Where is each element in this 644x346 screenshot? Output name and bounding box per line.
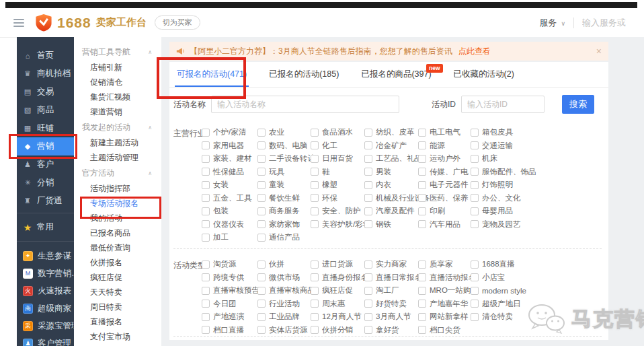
industry-checkbox[interactable]: 电工电气 [418,127,471,137]
activity-type-checkbox[interactable]: 产地嘉年华 [418,299,471,309]
industry-checkbox[interactable]: 机械及行业设备 [364,193,418,203]
sidebar-item[interactable]: ▤ 交易 [17,83,74,101]
submenu-item[interactable]: 新建主题活动 [74,135,161,150]
submenu-item[interactable]: 最低价查询 [74,240,161,255]
sidebar-item[interactable]: ⌂ 首页 [17,46,74,65]
search-button[interactable]: 搜索 [562,95,594,114]
submenu-item[interactable]: 周日特卖 [74,300,161,314]
industry-checkbox[interactable]: 个护/家清 [202,127,257,137]
submenu-item[interactable]: 疯狂店促 [74,270,161,285]
activity-type-checkbox[interactable]: 拿好货 [364,325,418,335]
sidebar-item[interactable]: ♜ 厂货通 [17,192,74,210]
activity-type-checkbox[interactable]: 档口直播 [202,325,257,335]
industry-checkbox[interactable]: 农业 [257,127,311,137]
industry-checkbox[interactable]: 童装 [257,180,311,190]
service-dropdown[interactable]: 服务 [539,17,557,29]
sidebar-app-item[interactable]: ✦ 生意参谋 [17,247,74,265]
activity-type-checkbox[interactable]: 档口尖货 [418,325,471,335]
industry-checkbox[interactable]: 安全、防护 [311,206,364,216]
industry-checkbox[interactable]: 日用百货 [311,153,364,164]
submenu-item[interactable]: 已报名商品 [74,226,161,240]
activity-type-checkbox[interactable]: 淘货源 [202,259,257,269]
submenu-item[interactable]: 主题活动管理 [74,150,161,165]
activity-type-checkbox[interactable]: 直播审核商品 [257,285,311,296]
tab-registered-products[interactable]: 已报名的商品(397) new [359,62,433,87]
industry-checkbox[interactable]: 化工 [311,141,364,151]
industry-checkbox[interactable]: 通信产品 [257,232,311,242]
activity-type-checkbox[interactable]: MRO一站购 [418,285,471,296]
industry-checkbox[interactable]: 食品酒水 [311,127,364,137]
submenu-item[interactable]: 活动指挥部 [74,181,161,196]
industry-checkbox[interactable]: 箱包皮具 [471,127,571,137]
industry-checkbox[interactable]: 汽车用品 [418,219,471,230]
submenu-item[interactable]: 渠道营销 [74,104,161,119]
industry-checkbox[interactable]: 鞋 [311,167,364,177]
sidebar-item[interactable]: ▦ 旺铺 [17,119,74,137]
industry-checkbox[interactable]: 印刷 [418,206,471,216]
activity-type-checkbox[interactable]: 行业活动 [257,299,311,309]
industry-checkbox[interactable]: 能源 [418,141,471,151]
activity-type-checkbox[interactable]: 伙拼分销 [311,325,364,335]
activity-type-checkbox[interactable]: 直播活动报名 [418,273,471,283]
submenu-item[interactable]: 天天特卖 [74,285,161,300]
activity-type-checkbox[interactable]: 进口货源 [311,259,364,269]
submenu-item[interactable]: 店铺引新 [74,60,161,75]
activity-type-checkbox[interactable]: 12月商人节 [311,312,364,322]
industry-checkbox[interactable]: 加工 [202,232,257,242]
industry-checkbox[interactable]: 汽摩及配件 [364,206,418,216]
sidebar-app-item[interactable]: 火 火速报表 [17,282,74,300]
activity-type-checkbox[interactable]: 伙拼 [257,259,311,269]
industry-checkbox[interactable]: 宠物及园艺 [471,219,571,230]
close-icon[interactable]: × [596,46,602,57]
industry-checkbox[interactable]: 环保 [311,193,364,203]
industry-checkbox[interactable]: 医药、保养 [418,193,471,203]
activity-type-checkbox[interactable]: 3月商人节 [364,312,418,322]
industry-checkbox[interactable]: 女装 [202,180,257,190]
industry-checkbox[interactable]: 办公、文化 [471,193,571,203]
activity-type-checkbox[interactable]: 周末惠 [311,299,364,309]
submenu-item[interactable]: 支付宝市场 [74,329,161,344]
industry-checkbox[interactable]: 家纺家饰 [257,219,311,230]
industry-checkbox[interactable]: 电子元器件 [418,180,471,190]
submenu-section-title[interactable]: 我发起的活动 ∧ [74,119,161,135]
activity-type-checkbox[interactable]: 产地巡演 [202,312,257,322]
activity-type-checkbox[interactable]: 疯狂店促 [311,285,364,296]
industry-checkbox[interactable]: 服饰配件、饰品 [471,167,571,177]
collapse-menu-icon[interactable] [13,19,24,27]
sidebar-item[interactable]: ♛ 商机拍档 [17,65,74,83]
industry-checkbox[interactable]: 机床 [471,153,571,164]
switch-to-buyer-button[interactable]: 切为买家 [155,15,200,30]
industry-checkbox[interactable]: 数码、电脑 [257,141,311,151]
activity-type-checkbox[interactable]: 直播身份报名 [311,273,364,283]
activity-type-checkbox[interactable]: 今日团 [202,299,257,309]
activity-type-checkbox[interactable]: 直播日常报名 [364,273,418,283]
industry-checkbox[interactable]: 运动户外 [418,153,471,164]
industry-checkbox[interactable]: 交通运输 [471,141,571,151]
brand-logo[interactable]: 1688 卖家工作台 [35,13,147,32]
tab-collected-activities[interactable]: 已收藏的活动(2) [452,62,516,87]
activity-type-checkbox[interactable]: 好货特卖 [364,299,418,309]
industry-checkbox[interactable]: 包装 [202,206,257,216]
submenu-item[interactable]: 促销清仓 [74,75,161,90]
activity-type-checkbox[interactable]: 微供市场 [257,273,311,283]
activity-type-checkbox[interactable]: 1688直播 [471,259,571,269]
activity-id-input[interactable] [461,96,545,113]
activity-type-checkbox[interactable]: 跨境专供 [202,273,257,283]
sidebar-app-item[interactable]: 商 超级商家 [17,300,74,317]
activity-type-checkbox[interactable]: 工业品牌 [257,312,311,322]
sidebar-app-item[interactable]: M 数字营销… [17,265,74,282]
industry-checkbox[interactable]: 橡塑 [311,180,364,190]
submenu-item[interactable]: 直播报名 [74,314,161,329]
activity-type-checkbox[interactable]: 网站新拿样 [418,312,471,322]
industry-checkbox[interactable]: 商务服务 [257,206,311,216]
activity-type-checkbox[interactable]: modern style [471,287,571,295]
submenu-section-title[interactable]: 官方活动 ∧ [74,165,161,181]
sidebar-item[interactable]: ▧ 商品 [17,101,74,119]
industry-checkbox[interactable]: 美容护肤/彩妆 [311,219,364,230]
industry-checkbox[interactable]: 家装、建材 [202,153,257,164]
activity-name-input[interactable] [211,96,399,113]
industry-checkbox[interactable]: 灯饰照明 [471,180,571,190]
industry-checkbox[interactable]: 纺织、皮革 [364,127,418,137]
activity-type-checkbox[interactable]: 实力商家 [364,259,418,269]
sidebar-item-favorites[interactable]: ★ 常用 [17,216,74,238]
